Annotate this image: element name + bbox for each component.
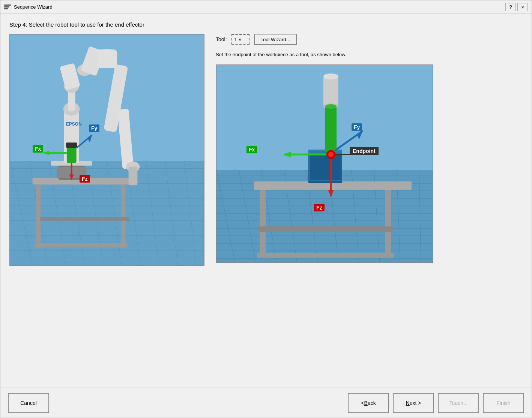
left-image-panel: EPSON <box>9 34 204 266</box>
footer-right: < Back Next > Teach... Finish <box>348 393 524 413</box>
right-fx-label: Fx <box>246 146 257 153</box>
tool-label: Tool: <box>216 36 227 42</box>
window-title: Sequence Wizard <box>14 4 53 10</box>
svg-rect-81 <box>260 190 266 257</box>
right-panel: Tool: 1 ∨ Tool Wizard... Set the endpoin… <box>216 34 523 263</box>
back-button[interactable]: < Back <box>348 393 389 413</box>
footer-left: Cancel <box>8 393 348 413</box>
endpoint-label: Endpoint <box>350 147 379 155</box>
left-fx-label: Fx <box>33 145 43 153</box>
svg-rect-49 <box>66 142 77 148</box>
window-icon <box>4 4 11 10</box>
left-fz-label: Fz <box>80 175 90 183</box>
svg-rect-43 <box>96 49 117 68</box>
footer: Cancel < Back Next > Teach... Finish <box>0 388 532 418</box>
svg-rect-91 <box>325 106 337 153</box>
right-fz-label: Fz <box>314 204 325 211</box>
svg-rect-47 <box>129 167 138 186</box>
tool-row: Tool: 1 ∨ Tool Wizard... <box>216 34 523 45</box>
svg-rect-27 <box>36 184 41 248</box>
finish-button[interactable]: Finish <box>483 393 524 413</box>
svg-point-92 <box>325 104 337 109</box>
tool-select-arrow: ∨ <box>239 37 241 42</box>
help-button[interactable]: ? <box>505 3 516 11</box>
tool-select-value: 1 <box>234 37 237 42</box>
cancel-button[interactable]: Cancel <box>8 393 49 413</box>
tool-wizard-button[interactable]: Tool Wizard... <box>254 34 297 45</box>
back-label: B <box>364 400 368 406</box>
description-text: Set the endpoint of the workpiece as a t… <box>216 51 433 58</box>
titlebar: Sequence Wizard ? × <box>0 0 532 14</box>
right-fy-label: Fy <box>352 123 362 131</box>
svg-point-89 <box>323 73 338 79</box>
left-fy-label: Fy <box>89 124 99 132</box>
right-image-panel: Fx Fy Fz Endpoint <box>216 64 433 263</box>
tool-select-dropdown[interactable]: 1 ∨ <box>231 34 249 45</box>
teach-button[interactable]: Teach... <box>438 393 479 413</box>
svg-rect-82 <box>385 190 391 257</box>
svg-rect-30 <box>35 243 128 247</box>
next-label: N <box>406 400 410 406</box>
right-scene-svg <box>216 65 433 263</box>
close-button[interactable]: × <box>517 3 528 11</box>
svg-point-95 <box>328 152 334 157</box>
main-content: EPSON <box>9 34 523 382</box>
step-title: Step 4: Select the robot tool to use for… <box>9 21 523 28</box>
svg-rect-28 <box>121 184 126 248</box>
svg-rect-83 <box>258 226 393 232</box>
content-area: Step 4: Select the robot tool to use for… <box>0 14 532 388</box>
titlebar-left: Sequence Wizard <box>4 4 53 10</box>
svg-rect-29 <box>40 217 129 221</box>
main-window: Sequence Wizard ? × Step 4: Select the r… <box>0 0 532 418</box>
svg-rect-84 <box>257 253 394 258</box>
next-button[interactable]: Next > <box>393 393 434 413</box>
svg-rect-85 <box>308 151 342 183</box>
svg-text:EPSON: EPSON <box>66 122 82 127</box>
svg-rect-88 <box>323 76 338 106</box>
titlebar-controls: ? × <box>505 3 528 11</box>
